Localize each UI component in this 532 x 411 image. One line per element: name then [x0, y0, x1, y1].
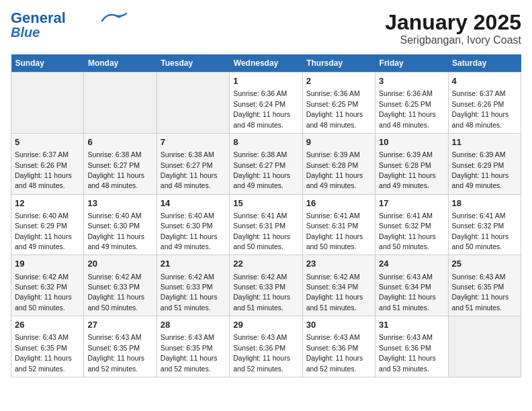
day-info: Sunrise: 6:39 AM Sunset: 6:28 PM Dayligh…	[379, 150, 436, 189]
day-info: Sunrise: 6:43 AM Sunset: 6:35 PM Dayligh…	[15, 333, 72, 372]
calendar-cell: 25Sunrise: 6:43 AM Sunset: 6:35 PM Dayli…	[448, 255, 521, 316]
calendar-cell: 20Sunrise: 6:42 AM Sunset: 6:33 PM Dayli…	[84, 255, 157, 316]
calendar-cell: 4Sunrise: 6:37 AM Sunset: 6:26 PM Daylig…	[448, 73, 521, 134]
calendar-cell	[11, 73, 84, 134]
calendar-cell: 26Sunrise: 6:43 AM Sunset: 6:35 PM Dayli…	[11, 316, 84, 377]
day-info: Sunrise: 6:43 AM Sunset: 6:36 PM Dayligh…	[306, 333, 363, 372]
day-number: 2	[306, 75, 371, 87]
day-number: 11	[452, 136, 517, 148]
day-info: Sunrise: 6:42 AM Sunset: 6:33 PM Dayligh…	[233, 273, 290, 312]
day-info: Sunrise: 6:40 AM Sunset: 6:30 PM Dayligh…	[87, 212, 144, 250]
day-info: Sunrise: 6:38 AM Sunset: 6:27 PM Dayligh…	[233, 150, 290, 189]
day-number: 14	[161, 197, 226, 210]
day-number: 26	[15, 319, 80, 331]
page-header: General Blue January 2025 Serigbangan, I…	[11, 11, 521, 46]
day-number: 28	[161, 319, 226, 331]
day-number: 4	[452, 75, 517, 87]
weekday-header-monday: Monday	[84, 54, 157, 73]
day-number: 23	[306, 258, 371, 270]
weekday-header-sunday: Sunday	[11, 54, 84, 73]
calendar-cell: 10Sunrise: 6:39 AM Sunset: 6:28 PM Dayli…	[375, 133, 448, 194]
day-info: Sunrise: 6:38 AM Sunset: 6:27 PM Dayligh…	[87, 150, 144, 189]
calendar-week-row: 26Sunrise: 6:43 AM Sunset: 6:35 PM Dayli…	[11, 316, 521, 377]
day-number: 5	[15, 136, 80, 148]
calendar-title: January 2025	[385, 11, 521, 34]
day-number: 10	[379, 136, 444, 148]
day-info: Sunrise: 6:37 AM Sunset: 6:26 PM Dayligh…	[15, 150, 72, 189]
day-number: 15	[233, 197, 298, 210]
logo-blue-text: Blue	[11, 26, 40, 39]
calendar-cell	[84, 73, 157, 134]
calendar-cell: 22Sunrise: 6:42 AM Sunset: 6:33 PM Dayli…	[230, 255, 302, 316]
day-number: 9	[306, 136, 371, 148]
calendar-cell: 14Sunrise: 6:40 AM Sunset: 6:30 PM Dayli…	[157, 194, 229, 255]
weekday-header-wednesday: Wednesday	[230, 54, 302, 73]
day-info: Sunrise: 6:43 AM Sunset: 6:35 PM Dayligh…	[87, 333, 144, 372]
day-info: Sunrise: 6:43 AM Sunset: 6:35 PM Dayligh…	[161, 333, 218, 372]
day-number: 13	[87, 197, 152, 210]
day-info: Sunrise: 6:42 AM Sunset: 6:34 PM Dayligh…	[306, 273, 363, 312]
calendar-cell: 8Sunrise: 6:38 AM Sunset: 6:27 PM Daylig…	[230, 133, 302, 194]
day-number: 25	[452, 258, 517, 270]
calendar-cell: 5Sunrise: 6:37 AM Sunset: 6:26 PM Daylig…	[11, 133, 84, 194]
day-number: 3	[379, 75, 444, 87]
weekday-header-row: SundayMondayTuesdayWednesdayThursdayFrid…	[11, 54, 521, 73]
day-info: Sunrise: 6:36 AM Sunset: 6:25 PM Dayligh…	[306, 89, 363, 128]
weekday-header-friday: Friday	[375, 54, 448, 73]
day-info: Sunrise: 6:43 AM Sunset: 6:36 PM Dayligh…	[233, 333, 290, 372]
day-info: Sunrise: 6:38 AM Sunset: 6:27 PM Dayligh…	[161, 150, 218, 189]
day-info: Sunrise: 6:39 AM Sunset: 6:29 PM Dayligh…	[452, 150, 509, 189]
day-number: 12	[15, 197, 80, 210]
calendar-cell: 9Sunrise: 6:39 AM Sunset: 6:28 PM Daylig…	[302, 133, 375, 194]
day-info: Sunrise: 6:39 AM Sunset: 6:28 PM Dayligh…	[306, 150, 363, 189]
calendar-cell: 21Sunrise: 6:42 AM Sunset: 6:33 PM Dayli…	[157, 255, 229, 316]
day-info: Sunrise: 6:42 AM Sunset: 6:33 PM Dayligh…	[87, 273, 144, 312]
calendar-cell: 29Sunrise: 6:43 AM Sunset: 6:36 PM Dayli…	[230, 316, 302, 377]
calendar-cell: 31Sunrise: 6:43 AM Sunset: 6:36 PM Dayli…	[375, 316, 448, 377]
day-number: 6	[87, 136, 152, 148]
day-info: Sunrise: 6:40 AM Sunset: 6:30 PM Dayligh…	[161, 212, 218, 250]
day-number: 21	[161, 258, 226, 270]
calendar-cell: 1Sunrise: 6:36 AM Sunset: 6:24 PM Daylig…	[230, 73, 302, 134]
day-info: Sunrise: 6:42 AM Sunset: 6:32 PM Dayligh…	[15, 273, 72, 312]
day-number: 30	[306, 319, 371, 331]
calendar-cell: 2Sunrise: 6:36 AM Sunset: 6:25 PM Daylig…	[302, 73, 375, 134]
day-info: Sunrise: 6:41 AM Sunset: 6:31 PM Dayligh…	[306, 212, 363, 250]
weekday-header-tuesday: Tuesday	[157, 54, 229, 73]
calendar-cell: 23Sunrise: 6:42 AM Sunset: 6:34 PM Dayli…	[302, 255, 375, 316]
weekday-header-saturday: Saturday	[448, 54, 521, 73]
day-number: 24	[379, 258, 444, 270]
day-info: Sunrise: 6:36 AM Sunset: 6:25 PM Dayligh…	[379, 89, 436, 128]
calendar-cell: 28Sunrise: 6:43 AM Sunset: 6:35 PM Dayli…	[157, 316, 229, 377]
calendar-subtitle: Serigbangan, Ivory Coast	[385, 34, 521, 46]
day-number: 29	[233, 319, 298, 331]
calendar-cell: 19Sunrise: 6:42 AM Sunset: 6:32 PM Dayli…	[11, 255, 84, 316]
day-number: 19	[15, 258, 80, 270]
day-number: 17	[379, 197, 444, 210]
day-info: Sunrise: 6:41 AM Sunset: 6:32 PM Dayligh…	[452, 212, 509, 250]
day-number: 7	[161, 136, 226, 148]
calendar-cell: 17Sunrise: 6:41 AM Sunset: 6:32 PM Dayli…	[375, 194, 448, 255]
calendar-cell	[448, 316, 521, 377]
calendar-cell	[157, 73, 229, 134]
calendar-cell: 3Sunrise: 6:36 AM Sunset: 6:25 PM Daylig…	[375, 73, 448, 134]
calendar-week-row: 1Sunrise: 6:36 AM Sunset: 6:24 PM Daylig…	[11, 73, 521, 134]
day-info: Sunrise: 6:41 AM Sunset: 6:31 PM Dayligh…	[233, 212, 290, 250]
calendar-week-row: 12Sunrise: 6:40 AM Sunset: 6:29 PM Dayli…	[11, 194, 521, 255]
day-info: Sunrise: 6:43 AM Sunset: 6:35 PM Dayligh…	[452, 273, 509, 312]
calendar-cell: 27Sunrise: 6:43 AM Sunset: 6:35 PM Dayli…	[84, 316, 157, 377]
day-number: 18	[452, 197, 517, 210]
day-info: Sunrise: 6:41 AM Sunset: 6:32 PM Dayligh…	[379, 212, 436, 250]
day-info: Sunrise: 6:37 AM Sunset: 6:26 PM Dayligh…	[452, 89, 509, 128]
day-info: Sunrise: 6:42 AM Sunset: 6:33 PM Dayligh…	[161, 273, 218, 312]
calendar-week-row: 5Sunrise: 6:37 AM Sunset: 6:26 PM Daylig…	[11, 133, 521, 194]
title-block: January 2025 Serigbangan, Ivory Coast	[385, 11, 521, 46]
logo: General Blue	[11, 11, 128, 39]
day-number: 27	[87, 319, 152, 331]
day-info: Sunrise: 6:43 AM Sunset: 6:34 PM Dayligh…	[379, 273, 436, 312]
logo-text: General	[11, 11, 66, 26]
day-info: Sunrise: 6:40 AM Sunset: 6:29 PM Dayligh…	[15, 212, 72, 250]
day-number: 16	[306, 197, 371, 210]
calendar-cell: 11Sunrise: 6:39 AM Sunset: 6:29 PM Dayli…	[448, 133, 521, 194]
day-info: Sunrise: 6:36 AM Sunset: 6:24 PM Dayligh…	[233, 89, 290, 128]
